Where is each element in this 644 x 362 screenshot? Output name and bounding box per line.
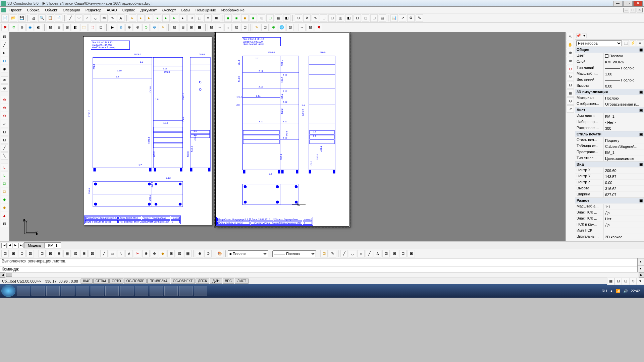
snap6-icon[interactable]: ◫: [337, 14, 344, 22]
prop-row[interactable]: Центр X209.60: [575, 167, 644, 173]
bt1-icon[interactable]: ⊡: [1, 250, 9, 257]
r17-icon[interactable]: ⊙: [142, 24, 150, 31]
prop-row[interactable]: Визуальны...2D каркас: [575, 234, 644, 240]
status-icon-5[interactable]: ▾: [637, 278, 644, 285]
status-toggle-ДПСК[interactable]: ДПСК: [196, 279, 209, 284]
open-icon[interactable]: 📂: [10, 14, 17, 22]
r36-icon[interactable]: ✖: [315, 24, 322, 31]
lt19-icon[interactable]: □: [1, 188, 8, 195]
bt19-icon[interactable]: ◆: [159, 250, 166, 257]
prop-row[interactable]: Отображен...Отбрасываемая и...: [575, 101, 644, 107]
lt16-icon[interactable]: L: [1, 164, 8, 171]
prop-group-Разное[interactable]: Разное▣: [575, 198, 644, 203]
lt4-icon[interactable]: ⊡: [1, 57, 8, 64]
task-app-3[interactable]: [61, 286, 74, 296]
drawing-canvas[interactable]: Поз.1 Кол.1 М 1:15 Шифр СБ1.00.000 Назв.…: [9, 32, 566, 241]
lt21-icon[interactable]: ◆: [1, 204, 8, 211]
r22-icon[interactable]: ⊞: [187, 24, 195, 31]
r10-icon[interactable]: ⬚: [80, 24, 88, 31]
prop-row[interactable]: МатериалПослою: [575, 95, 644, 101]
menu-сервис[interactable]: Сервис: [120, 7, 138, 13]
menu-объект[interactable]: Объект: [42, 7, 60, 13]
preview-icon[interactable]: 🔍: [38, 14, 46, 22]
tab-nav-last[interactable]: ▶|: [18, 243, 24, 248]
tab-Модель[interactable]: Модель: [24, 242, 45, 248]
lt22-icon[interactable]: ▲: [1, 212, 8, 219]
g3-icon[interactable]: ■: [241, 14, 249, 22]
paste-icon[interactable]: 📄: [55, 14, 62, 22]
prop-row[interactable]: Ширина627.07: [575, 191, 644, 197]
line-icon[interactable]: ╱: [67, 14, 74, 22]
task-app-10[interactable]: [164, 286, 178, 296]
close-button[interactable]: ✕: [633, 1, 643, 6]
polyline-icon[interactable]: 〰: [75, 14, 83, 22]
r28-icon[interactable]: ⊡: [241, 24, 249, 31]
copy-icon[interactable]: 📋: [47, 14, 54, 22]
op8-icon[interactable]: ⇥: [187, 14, 195, 22]
bt34-icon[interactable]: ⊟: [391, 250, 398, 257]
bt4-icon[interactable]: ⊡: [26, 250, 34, 257]
r29-icon[interactable]: ✎: [253, 24, 260, 31]
circle-icon[interactable]: ○: [84, 14, 91, 22]
r35-icon[interactable]: ⊡: [307, 24, 314, 31]
nav2-icon[interactable]: ⊕: [567, 57, 574, 64]
linetype-select[interactable]: ——— Послою: [272, 250, 316, 257]
status-toggle-ОС-ПОЛЯР[interactable]: ОС-ПОЛЯР: [124, 279, 147, 284]
prop-row[interactable]: Центр Y143.57: [575, 173, 644, 179]
prop-group-3D визуализация[interactable]: 3D визуализация▣: [575, 89, 644, 95]
bt17-icon[interactable]: ⊕: [142, 250, 150, 257]
prop-row[interactable]: Имя листаКМ_1: [575, 113, 644, 119]
r30-icon[interactable]: ⊡: [261, 24, 269, 31]
g1-icon[interactable]: ■: [224, 14, 232, 22]
hscroll-right[interactable]: ▶: [639, 273, 644, 278]
lt5-icon[interactable]: ◉: [1, 65, 8, 72]
curve-icon[interactable]: ∿: [109, 14, 116, 22]
props-list-icon[interactable]: ≡: [637, 40, 643, 46]
bt27-icon[interactable]: ✎: [329, 250, 336, 257]
task-app-11[interactable]: [179, 286, 193, 296]
hscroll-left[interactable]: ◀: [0, 273, 5, 278]
prop-row[interactable]: Масштаб а...1:1: [575, 203, 644, 209]
task-app-9[interactable]: [150, 286, 163, 296]
maximize-button[interactable]: ▭: [623, 1, 633, 6]
r15-icon[interactable]: ⊕: [125, 24, 133, 31]
status-toggle-СЕТКА[interactable]: СЕТКА: [93, 279, 109, 284]
command-scrollbar[interactable]: ▲ ▼: [637, 258, 644, 272]
task-app-12[interactable]: [194, 286, 207, 296]
bt18-icon[interactable]: ⊙: [151, 250, 158, 257]
prop-group-Вид[interactable]: Вид▣: [575, 162, 644, 167]
r25-icon[interactable]: ↔: [216, 24, 223, 31]
bt10-icon[interactable]: ⊟: [80, 250, 88, 257]
r16-icon[interactable]: ⊛: [134, 24, 141, 31]
status-icon-3[interactable]: ⊡: [622, 278, 629, 285]
props-filter-icon[interactable]: ⬚: [623, 40, 629, 46]
tab-nav-prev[interactable]: ◀: [7, 243, 12, 248]
op5-icon[interactable]: ▸: [162, 14, 170, 22]
nav3-icon[interactable]: ⊡: [567, 81, 574, 88]
status-toggle-ОРТО[interactable]: ОРТО: [109, 279, 123, 284]
op2-icon[interactable]: ▸: [137, 14, 145, 22]
bt29-icon[interactable]: ◡: [349, 250, 356, 257]
op10-icon[interactable]: ≡: [204, 14, 212, 22]
task-app-6[interactable]: [105, 286, 119, 296]
prop-row[interactable]: Стиль печ...Поцвету: [575, 137, 644, 143]
arc-icon[interactable]: ◡: [92, 14, 99, 22]
mdi-close-button[interactable]: ✕: [637, 8, 643, 12]
props-pin-icon[interactable]: 📌: [576, 34, 581, 38]
status-icon-4[interactable]: ⊕: [629, 278, 637, 285]
bt21-icon[interactable]: ⊡: [176, 250, 183, 257]
menu-acad[interactable]: ACAD: [104, 7, 120, 13]
g5-icon[interactable]: ⊞: [258, 14, 265, 22]
lt7-icon[interactable]: ⊙: [1, 84, 8, 92]
r7-icon[interactable]: ⊟: [55, 24, 62, 31]
selection-dropdown[interactable]: Нет набора: [576, 40, 622, 46]
tray-lang[interactable]: RU: [602, 289, 607, 293]
bt12-icon[interactable]: ╱: [100, 250, 108, 257]
prop-row[interactable]: СлойKM_WORK: [575, 59, 644, 65]
bt24-icon[interactable]: ⊙: [204, 250, 212, 257]
prop-group-Лист[interactable]: Лист▣: [575, 107, 644, 113]
prop-row[interactable]: Имя ПСК: [575, 228, 644, 234]
op11-icon[interactable]: ⊞: [213, 14, 220, 22]
status-icon-2[interactable]: ⊡: [614, 278, 622, 285]
r20-icon[interactable]: ⊡: [171, 24, 178, 31]
